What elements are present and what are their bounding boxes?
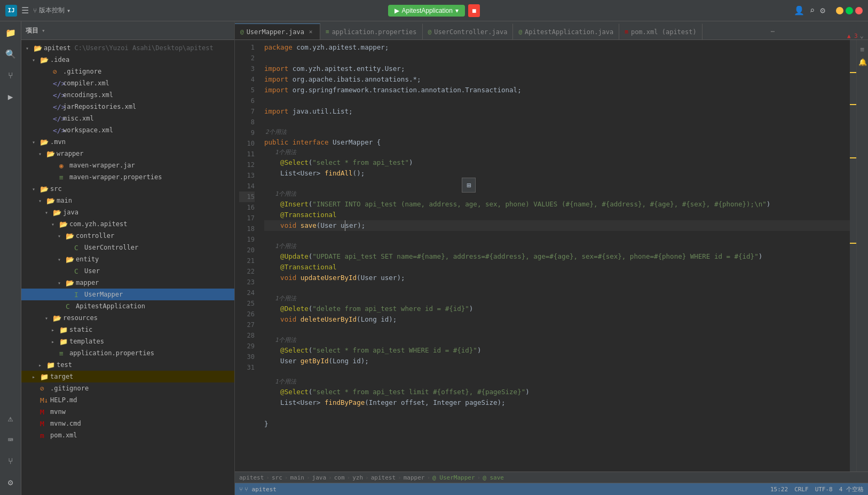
- folder-icon-static: 📁: [59, 326, 68, 334]
- folder-icon-target: 📁: [40, 373, 49, 381]
- tree-item-entity[interactable]: ▾ 📂 entity: [21, 253, 234, 265]
- tree-item-jarrepos-xml[interactable]: ▸ </> jarRepositories.xml: [21, 101, 234, 113]
- folder-icon-main: 📂: [46, 197, 55, 205]
- encoding-label: UTF-8: [815, 486, 833, 493]
- tree-label-pom-xml: pom.xml: [50, 432, 77, 439]
- breadcrumb-apitest[interactable]: apitest: [239, 474, 264, 481]
- activity-terminal-icon[interactable]: ⌨: [2, 431, 19, 448]
- project-header-title: 项目: [26, 26, 38, 35]
- main-area: 📁 🔍 ⑂ ▶ ⚠ ⌨ ⑂ ⚙ 项目 ▾ ▾ 📂 apitest C:\User…: [0, 21, 868, 495]
- close-button[interactable]: [855, 7, 863, 14]
- notification-icon[interactable]: 🔔: [858, 57, 867, 67]
- tree-item-app-props[interactable]: ▸ ≡ application.properties: [21, 347, 234, 359]
- activity-git-icon[interactable]: ⑂: [2, 452, 19, 469]
- tree-item-templates[interactable]: ▸ 📁 templates: [21, 336, 234, 347]
- structure-icon[interactable]: ≡: [858, 44, 867, 54]
- breadcrumb-main[interactable]: main: [290, 474, 304, 481]
- cursor-position-status[interactable]: 15:22: [770, 486, 788, 493]
- tree-item-misc-xml[interactable]: ▸ </> misc.xml: [21, 113, 234, 124]
- tree-item-static[interactable]: ▸ 📁 static: [21, 324, 234, 336]
- tree-item-compiler-xml[interactable]: ▸ </> compiler.xml: [21, 77, 234, 89]
- breadcrumb-mapper[interactable]: mapper: [404, 474, 425, 481]
- code-line-6: [264, 95, 850, 106]
- line-ending-status[interactable]: CRLF: [794, 486, 809, 493]
- breadcrumb-yzh[interactable]: yzh: [352, 474, 363, 481]
- tree-item-gitignore-idea[interactable]: ▸ ⊘ .gitignore: [21, 66, 234, 77]
- tree-item-wrapper[interactable]: ▾ 📂 wrapper: [21, 148, 234, 159]
- encoding-status[interactable]: UTF-8: [815, 486, 833, 493]
- tree-item-maven-props[interactable]: ▸ ≡ maven-wrapper.properties: [21, 171, 234, 183]
- error-expand-icon[interactable]: ⌄: [860, 32, 864, 39]
- activity-run-icon[interactable]: ▶: [2, 88, 19, 105]
- activity-bar-bottom: ⚠ ⌨ ⑂ ⚙: [2, 410, 19, 495]
- tree-item-idea[interactable]: ▾ 📂 .idea: [21, 54, 234, 66]
- tree-item-ApitestApp[interactable]: ▸ C ApitestApplication: [21, 300, 234, 312]
- tree-label-static: static: [69, 326, 92, 333]
- activity-problems-icon[interactable]: ⚠: [2, 410, 19, 427]
- tree-item-main[interactable]: ▾ 📂 main: [21, 195, 234, 206]
- tree-label-mvnw: mvnw: [50, 408, 66, 416]
- stop-button[interactable]: ■: [468, 4, 480, 17]
- breadcrumb-com[interactable]: com: [334, 474, 345, 481]
- activity-settings2-icon[interactable]: ⚙: [2, 474, 19, 491]
- tree-item-mvn[interactable]: ▾ 📂 .mvn: [21, 136, 234, 148]
- tree-item-java[interactable]: ▾ 📂 java: [21, 206, 234, 218]
- tab-ApitestApplication[interactable]: @ ApitestApplication.java: [513, 23, 619, 39]
- tree-item-workspace-xml[interactable]: ▸ </> workspace.xml: [21, 124, 234, 136]
- tree-item-src[interactable]: ▾ 📂 src: [21, 183, 234, 195]
- tree-item-apitest-root[interactable]: ▾ 📂 apitest C:\Users\Yuzoi Asahi\Desktop…: [21, 42, 234, 54]
- status-left: ⑂ ⑂ apitest: [239, 486, 277, 493]
- editor-scrollbar[interactable]: [850, 40, 856, 472]
- breadcrumb-save[interactable]: @ save: [483, 474, 504, 481]
- search-icon[interactable]: ⌕: [810, 5, 815, 15]
- tab-application[interactable]: ≡ application.properties: [320, 23, 423, 39]
- tree-item-pom-xml[interactable]: ▸ m pom.xml: [21, 429, 234, 441]
- tab-icon-UserMapper: @: [240, 28, 244, 35]
- tree-item-help-md[interactable]: ▸ M↓ HELP.md: [21, 394, 234, 406]
- tree-item-mapper[interactable]: ▾ 📂 mapper: [21, 277, 234, 289]
- tree-item-gitignore-root[interactable]: ▸ ⊘ .gitignore: [21, 382, 234, 394]
- tree-label-workspace-xml: workspace.xml: [63, 126, 113, 134]
- person-icon[interactable]: 👤: [794, 5, 804, 15]
- code-line-7: import java.util.List;: [264, 106, 850, 117]
- indent-status[interactable]: 4 个空格: [839, 485, 864, 493]
- tree-item-User[interactable]: ▸ C User: [21, 265, 234, 277]
- tree-item-test[interactable]: ▸ 📁 test: [21, 359, 234, 371]
- code-content[interactable]: package com.yzh.apitest.mapper; import c…: [259, 40, 850, 472]
- settings-icon[interactable]: ⚙: [820, 5, 825, 15]
- folder-icon-entity: 📂: [66, 256, 74, 264]
- breadcrumb-apitest2[interactable]: apitest: [371, 474, 396, 481]
- prop-icon-app: ≡: [59, 349, 68, 357]
- tree-item-target[interactable]: ▸ 📁 target: [21, 371, 234, 382]
- tree-item-controller[interactable]: ▾ 📂 controller: [21, 230, 234, 242]
- tab-UserMapper[interactable]: @ UserMapper.java ✕: [235, 23, 320, 39]
- tab-close-UserMapper[interactable]: ✕: [307, 28, 314, 35]
- tab-icon-ApitestApp: @: [518, 28, 522, 35]
- hamburger-icon[interactable]: ☰: [21, 5, 29, 15]
- vcs-label[interactable]: ⑂ 版本控制 ▾: [33, 6, 70, 15]
- git-branch-status[interactable]: ⑂ ⑂ apitest: [239, 486, 277, 493]
- activity-files-icon[interactable]: 📁: [2, 24, 19, 41]
- activity-search-icon[interactable]: 🔍: [2, 45, 19, 62]
- tree-arrow-entity: ▾: [58, 257, 64, 262]
- run-button[interactable]: ▶ ApitestApplication ▾: [388, 5, 465, 17]
- tree-item-resources[interactable]: ▾ 📂 resources: [21, 312, 234, 324]
- tree-item-encodings-xml[interactable]: ▸ </> encodings.xml: [21, 89, 234, 101]
- tab-UserController[interactable]: @ UserController.java: [423, 23, 514, 39]
- tab-pom[interactable]: m pom.xml (apitest): [619, 23, 702, 39]
- tree-item-com-yzh[interactable]: ▾ 📂 com.yzh.apitest: [21, 218, 234, 230]
- activity-vcs-icon[interactable]: ⑂: [2, 67, 19, 84]
- tab-more-button[interactable]: ⋯: [766, 23, 780, 39]
- tree-item-mvnw-cmd[interactable]: ▸ M mvnw.cmd: [21, 418, 234, 429]
- run-app-label: ApitestApplication: [402, 7, 453, 14]
- breadcrumb-java[interactable]: java: [312, 474, 327, 481]
- breadcrumb-src[interactable]: src: [272, 474, 282, 481]
- maximize-button[interactable]: [846, 7, 853, 14]
- tree-item-maven-jar[interactable]: ▸ ◉ maven-wrapper.jar: [21, 159, 234, 171]
- tree-item-UserMapper[interactable]: ▸ I UserMapper: [21, 289, 234, 300]
- minimize-button[interactable]: [836, 7, 843, 14]
- tree-item-mvnw[interactable]: ▸ M mvnw: [21, 406, 234, 418]
- tree-item-UserController[interactable]: ▸ C UserController: [21, 242, 234, 253]
- tree-label-test: test: [57, 361, 72, 369]
- breadcrumb-UserMapper[interactable]: @ UserMapper: [432, 474, 475, 481]
